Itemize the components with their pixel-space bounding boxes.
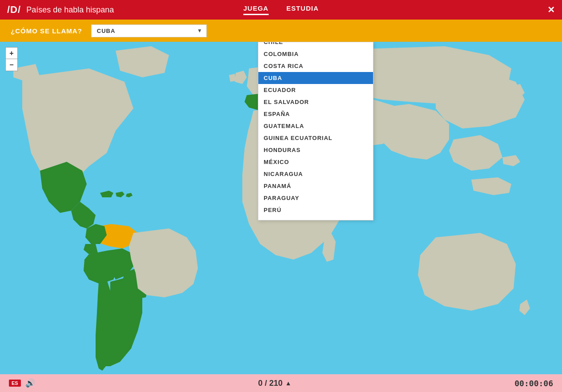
dropdown-item[interactable]: EL SALVADOR [258,96,373,108]
dropdown-item[interactable]: GUATEMALA [258,120,373,132]
dropdown-item[interactable]: NICARAGUA [258,168,373,180]
language-badge: ES [9,380,21,387]
score-display: 0 / 210 ▲ [258,379,292,388]
score-chevron-icon[interactable]: ▲ [285,380,292,387]
header: /D/ Países de habla hispana JUEGA ESTUDI… [0,0,562,20]
bottom-bar: ES 🔊 0 / 210 ▲ 00:00:06 [0,374,562,392]
map-area: + − [0,42,562,374]
dropdown-item[interactable]: COSTA RICA [258,60,373,72]
close-button[interactable]: ✕ [547,4,555,15]
sound-icon[interactable]: 🔊 [25,378,35,388]
dropdown-item[interactable]: CUBA [258,72,373,84]
dropdown-item[interactable]: COLOMBIA [258,48,373,60]
left-controls: ES 🔊 [9,378,35,388]
question-bar: ¿CÓMO SE LLAMA? SELECCIONA DE LA LISTAAR… [0,20,562,42]
dropdown-item[interactable]: PUERTO RICO [258,216,373,220]
app-title: Países de habla hispana [26,5,114,15]
select-wrapper: SELECCIONA DE LA LISTAARGENTINABOLIVIACH… [91,24,207,37]
zoom-out-button[interactable]: − [6,59,17,71]
tab-estudia[interactable]: ESTUDIA [286,4,319,15]
score-text: 0 / 210 [258,379,283,388]
zoom-in-button[interactable]: + [6,48,17,59]
dropdown-item[interactable]: MÉXICO [258,156,373,168]
logo: /D/ [7,4,21,16]
dropdown-item[interactable]: ESPAÑA [258,108,373,120]
dropdown-item[interactable]: ECUADOR [258,84,373,96]
dropdown-scroll-area[interactable]: SELECCIONA DE LA LISTAARGENTINABOLIVIACH… [258,42,373,220]
dropdown-item[interactable]: PERÚ [258,204,373,216]
country-dropdown: SELECCIONA DE LA LISTAARGENTINABOLIVIACH… [258,42,373,220]
dropdown-item[interactable]: PARAGUAY [258,192,373,204]
question-label: ¿CÓMO SE LLAMA? [11,27,82,35]
dropdown-item[interactable]: HONDURAS [258,144,373,156]
dropdown-item[interactable]: GUINEA ECUATORIAL [258,132,373,144]
dropdown-item[interactable]: CHILE [258,42,373,48]
tab-juega[interactable]: JUEGA [243,4,269,15]
country-select[interactable]: SELECCIONA DE LA LISTAARGENTINABOLIVIACH… [91,24,207,37]
dropdown-item[interactable]: PANAMÁ [258,180,373,192]
timer-display: 00:00:06 [514,379,553,388]
nav-tabs: JUEGA ESTUDIA [243,4,319,15]
zoom-controls: + − [5,47,18,71]
